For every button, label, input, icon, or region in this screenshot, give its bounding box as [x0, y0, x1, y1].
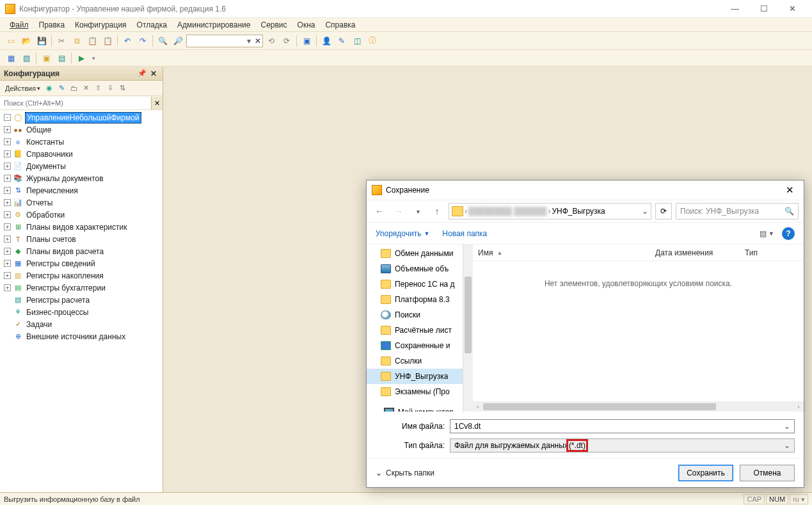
open-icon[interactable]: 📂 [19, 34, 33, 48]
tree-search-input[interactable] [0, 97, 151, 109]
tree-item[interactable]: +📊Отчеты [0, 196, 163, 209]
cut-icon[interactable]: ✂ [54, 34, 68, 48]
tree-item[interactable]: +📒Справочники [0, 148, 163, 160]
expand-icon[interactable]: - [4, 114, 11, 121]
menu-debug[interactable]: Отладка [132, 19, 171, 31]
up-icon[interactable]: ⇧ [92, 83, 104, 94]
hide-folders-toggle[interactable]: ⌄ Скрыть папки [376, 469, 434, 477]
dialog-tree-item[interactable]: Перенос 1С на д [367, 277, 463, 292]
tree-item[interactable]: +⚙Обработки [0, 209, 163, 221]
copy-icon[interactable]: ⧉ [70, 34, 84, 48]
expand-icon[interactable]: + [4, 175, 11, 182]
column-type[interactable]: Тип [740, 248, 804, 257]
tree-item[interactable]: +≡Константы [0, 136, 163, 148]
nav-back-icon[interactable]: ⟲ [264, 34, 278, 48]
nav-fwd-icon[interactable]: ⟳ [280, 34, 294, 48]
column-name[interactable]: Имя▲ [473, 248, 650, 257]
tree-item[interactable]: +ТПланы счетов [0, 233, 163, 245]
run-icon[interactable]: ▶ [74, 51, 88, 65]
filetype-dropdown-icon[interactable]: ⌄ [784, 441, 790, 450]
tree-item[interactable]: ⊕Внешние источники данных [0, 330, 163, 342]
calendar-icon[interactable]: ◫ [350, 34, 364, 48]
tool-disk2-icon[interactable]: ▤ [54, 51, 68, 65]
redo-icon[interactable]: ↷ [136, 34, 150, 48]
status-lang[interactable]: ru ▾ [790, 494, 808, 504]
chevron-right-icon[interactable]: › [548, 207, 550, 216]
dialog-tree-item[interactable]: Объемные объ [367, 261, 463, 277]
expand-icon[interactable]: + [4, 187, 11, 194]
breadcrumb-dropdown-icon[interactable]: ⌄ [642, 207, 648, 216]
breadcrumb-parent[interactable]: ████████ ██████ [468, 207, 546, 216]
chevron-right-icon[interactable]: › [465, 207, 467, 216]
expand-icon[interactable]: + [4, 223, 11, 230]
tree-item[interactable]: +◆Планы видов расчета [0, 245, 163, 257]
tree-item[interactable]: +📄Документы [0, 160, 163, 172]
tree-search-clear-icon[interactable]: ✕ [151, 97, 163, 109]
x-icon[interactable]: ✕ [80, 83, 92, 94]
actions-dropdown[interactable]: Действия ▾ [3, 83, 43, 93]
search-clear-icon[interactable]: ✕ [253, 36, 262, 45]
dialog-tree-item[interactable]: Обмен данными [367, 246, 463, 261]
zoom-icon[interactable]: 🔎 [171, 34, 185, 48]
dialog-tree-item[interactable]: Сохраненные и [367, 338, 463, 353]
menu-edit[interactable]: Правка [35, 19, 70, 31]
organize-dropdown[interactable]: Упорядочить ▼ [376, 229, 429, 238]
new-file-icon[interactable]: ▭ [4, 34, 18, 48]
menu-help[interactable]: Справка [321, 19, 360, 31]
filename-dropdown-icon[interactable]: ⌄ [784, 422, 790, 431]
menu-service[interactable]: Сервис [256, 19, 291, 31]
dialog-search-input[interactable]: Поиск: УНФ_Выгрузка 🔍 [676, 203, 799, 220]
breadcrumb-current[interactable]: УНФ_Выгрузка [552, 207, 605, 216]
add-icon[interactable]: ◉ [44, 83, 55, 94]
dialog-help-button[interactable]: ? [782, 227, 795, 240]
expand-icon[interactable]: + [4, 284, 11, 291]
view-mode-dropdown[interactable]: ▤▼ [760, 229, 774, 238]
expand-icon[interactable]: + [4, 199, 11, 206]
expand-icon[interactable]: + [4, 126, 11, 133]
scroll-left-icon[interactable]: ‹ [473, 403, 483, 410]
dialog-tree-item[interactable]: Ссылки [367, 353, 463, 369]
expand-icon[interactable]: + [4, 248, 11, 255]
maximize-button[interactable]: ☐ [749, 0, 778, 18]
tree-item[interactable]: +●●Общие [0, 124, 163, 136]
tree-root[interactable]: - ◯ УправлениеНебольшойФирмой [0, 111, 163, 124]
dialog-tree-my-computer[interactable]: ▸Мой компьютер ⌄ [367, 405, 463, 412]
nav-forward-button[interactable]: → [391, 204, 406, 219]
expand-icon[interactable]: + [4, 211, 11, 218]
sort-icon[interactable]: ⇅ [116, 83, 128, 94]
close-button[interactable]: ✕ [778, 0, 807, 18]
dialog-tree-item[interactable]: Расчётные лист [367, 323, 463, 338]
paste-special-icon[interactable]: 📋 [100, 34, 115, 48]
scroll-right-icon[interactable]: › [793, 403, 804, 410]
tool-cube-icon[interactable]: ▧ [19, 51, 33, 65]
tree-item[interactable]: +📚Журналы документов [0, 172, 163, 184]
down-icon[interactable]: ⇩ [104, 83, 116, 94]
edit-icon[interactable]: ✎ [56, 83, 67, 94]
paste-icon[interactable]: 📋 [85, 34, 99, 48]
tool-db-icon[interactable]: ▦ [4, 51, 18, 65]
syntax-icon[interactable]: 👤 [319, 34, 333, 48]
tree-item[interactable]: +▦Регистры сведений [0, 257, 163, 269]
run-dd-icon[interactable]: ▾ [90, 51, 97, 65]
panel-close-icon[interactable]: ✕ [148, 69, 159, 78]
tree-item[interactable]: +⊞Планы видов характеристик [0, 221, 163, 233]
config-tree[interactable]: - ◯ УправлениеНебольшойФирмой +●●Общие+≡… [0, 110, 163, 492]
dialog-tree-item[interactable]: УНФ_Выгрузка [367, 369, 463, 384]
dialog-folder-tree[interactable]: Обмен даннымиОбъемные объПеренос 1С на д… [367, 244, 463, 412]
save-button[interactable]: Сохранить [678, 465, 733, 481]
expand-icon[interactable]: + [4, 260, 11, 267]
expand-icon[interactable]: + [4, 138, 11, 145]
menu-admin[interactable]: Администрирование [173, 19, 255, 31]
breadcrumb[interactable]: › ████████ ██████ › УНФ_Выгрузка ⌄ [449, 203, 651, 220]
expand-icon[interactable]: + [4, 163, 11, 170]
undo-icon[interactable]: ↶ [120, 34, 134, 48]
dialog-tree-item[interactable]: Поиски [367, 307, 463, 323]
find-icon[interactable]: 🔍 [155, 34, 170, 48]
tree-item[interactable]: +▥Регистры накопления [0, 269, 163, 282]
expand-icon[interactable]: + [4, 236, 11, 243]
nav-back-button[interactable]: ← [372, 204, 387, 219]
tree-item[interactable]: ▧Регистры расчета [0, 294, 163, 306]
new-folder-button[interactable]: Новая папка [442, 229, 487, 238]
tree-item[interactable]: +⇅Перечисления [0, 184, 163, 196]
dialog-tree-item[interactable]: Платформа 8.3 [367, 292, 463, 307]
